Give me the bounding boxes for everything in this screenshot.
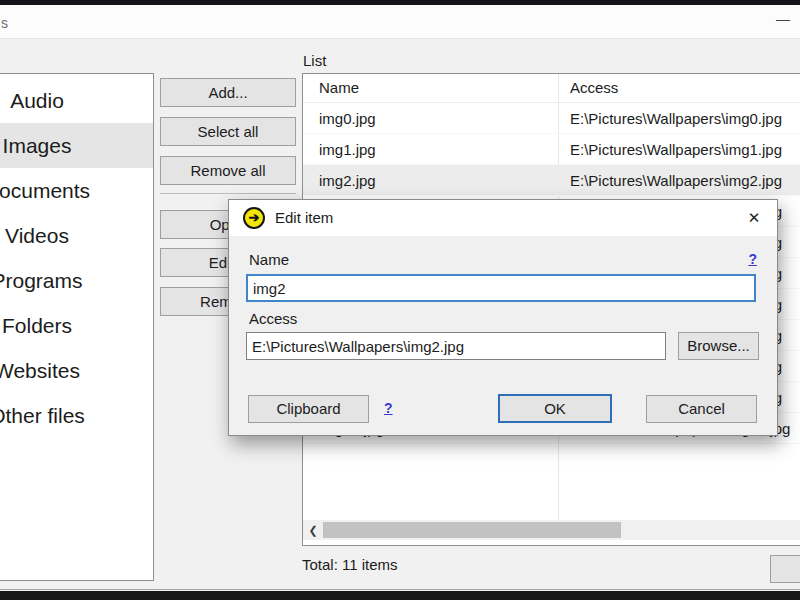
- dialog-titlebar: ➔ Edit item ✕: [229, 200, 777, 236]
- app-arrow-icon: ➔: [243, 207, 265, 229]
- sidebar-item-folders[interactable]: Folders: [0, 303, 153, 348]
- table-row[interactable]: img0.jpgE:\Pictures\Wallpapers\img0.jpg: [303, 103, 800, 134]
- sidebar-item-videos[interactable]: Videos: [0, 213, 153, 258]
- sidebar-item-documents[interactable]: Documents: [0, 168, 153, 213]
- add-button[interactable]: Add...: [160, 78, 296, 107]
- edit-item-dialog: ➔ Edit item ✕ Name ? Access Browse... Cl…: [228, 199, 778, 436]
- table-row[interactable]: img2.jpgE:\Pictures\Wallpapers\img2.jpg: [303, 165, 800, 196]
- cell-access: E:\Pictures\Wallpapers\img1.jpg: [570, 134, 782, 165]
- sidebar-item-images[interactable]: Images: [0, 123, 153, 168]
- sidebar-item-websites[interactable]: Websites: [0, 348, 153, 393]
- cell-access: E:\Pictures\Wallpapers\img2.jpg: [570, 165, 782, 196]
- button-group-separator: [160, 193, 296, 194]
- name-label: Name: [249, 251, 289, 268]
- column-header-access[interactable]: Access: [570, 79, 618, 96]
- clipboard-button[interactable]: Clipboard: [248, 395, 369, 423]
- bottom-crop-bar: [0, 591, 800, 600]
- app-window: s — AudioImagesDocumentsVideosProgramsFo…: [0, 0, 800, 600]
- cell-access: E:\Pictures\Wallpapers\img0.jpg: [570, 103, 782, 134]
- cancel-button[interactable]: Cancel: [646, 395, 757, 423]
- total-items-label: Total: 11 items: [302, 556, 398, 573]
- horizontal-scrollbar[interactable]: ❮: [303, 520, 800, 540]
- name-input[interactable]: [246, 274, 756, 302]
- window-titlebar: s —: [0, 5, 800, 39]
- ok-button[interactable]: OK: [498, 394, 612, 423]
- table-header: Name Access: [303, 74, 800, 103]
- column-header-name[interactable]: Name: [319, 79, 359, 96]
- sidebar-list: AudioImagesDocumentsVideosProgramsFolder…: [0, 73, 154, 581]
- cell-name: img0.jpg: [319, 103, 376, 134]
- close-icon[interactable]: ✕: [743, 208, 765, 230]
- sidebar-item-audio[interactable]: Audio: [0, 78, 153, 123]
- bottom-divider: [0, 589, 800, 590]
- list-section-label: List: [303, 52, 326, 69]
- access-label: Access: [249, 310, 297, 327]
- window-title-fragment: s: [1, 15, 8, 31]
- scroll-left-arrow-icon[interactable]: ❮: [303, 520, 323, 540]
- bottom-right-button[interactable]: [770, 555, 800, 583]
- name-help-link[interactable]: ?: [748, 251, 757, 267]
- dialog-title: Edit item: [275, 209, 333, 226]
- scrollbar-thumb[interactable]: [323, 522, 621, 538]
- sidebar-item-programs[interactable]: Programs: [0, 258, 153, 303]
- select-all-button[interactable]: Select all: [160, 117, 296, 146]
- sidebar-item-other-files[interactable]: Other files: [0, 393, 153, 438]
- access-input[interactable]: [246, 332, 666, 360]
- minimize-icon[interactable]: —: [776, 11, 790, 27]
- cell-name: img2.jpg: [319, 165, 376, 196]
- browse-button[interactable]: Browse...: [678, 332, 759, 360]
- cell-name: img1.jpg: [319, 134, 376, 165]
- remove-all-button[interactable]: Remove all: [160, 156, 296, 185]
- dialog-help-link[interactable]: ?: [384, 400, 393, 416]
- table-row[interactable]: img1.jpgE:\Pictures\Wallpapers\img1.jpg: [303, 134, 800, 165]
